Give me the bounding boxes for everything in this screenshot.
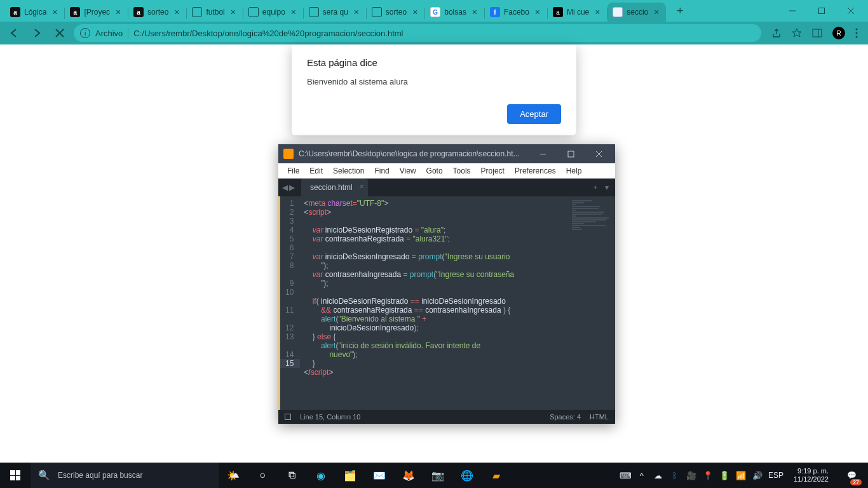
toolbar: i Archivo C:/Users/rembr/Desktop/one/log… xyxy=(0,22,868,44)
svg-point-9 xyxy=(856,32,858,34)
sublime-close-button[interactable] xyxy=(585,144,613,163)
sublime-menubar: FileEditSelectionFindViewGotoToolsProjec… xyxy=(278,163,615,179)
menu-icon[interactable] xyxy=(855,28,858,38)
taskbar-search[interactable]: 🔍 Escribe aquí para buscar xyxy=(31,463,219,488)
menu-item[interactable]: Project xyxy=(476,166,510,175)
clock-date: 11/12/2022 xyxy=(794,475,829,484)
tab-close-icon[interactable]: × xyxy=(593,8,602,17)
profile-avatar[interactable]: R xyxy=(832,27,845,39)
browser-tab[interactable]: fFacebo× xyxy=(485,3,547,22)
forward-button[interactable] xyxy=(28,24,46,42)
tab-close-icon[interactable]: × xyxy=(50,8,59,17)
clock[interactable]: 9:19 p. m. 11/12/2022 xyxy=(789,467,834,484)
browser-tab[interactable]: Gbolsas× xyxy=(425,3,484,22)
sublime-taskbar-icon[interactable]: ▰ xyxy=(482,463,511,488)
tab-overflow-icon[interactable]: + ▾ xyxy=(593,183,611,192)
browser-tab[interactable]: aMi cue× xyxy=(548,3,607,22)
menu-item[interactable]: Edit xyxy=(304,166,328,175)
status-indicator[interactable] xyxy=(285,414,291,420)
menu-item[interactable]: Find xyxy=(369,166,394,175)
bluetooth-icon[interactable]: ᛒ xyxy=(669,471,681,480)
svg-rect-6 xyxy=(813,29,822,37)
tab-close-icon[interactable]: × xyxy=(470,8,479,17)
menu-item[interactable]: Preferences xyxy=(510,166,561,175)
share-icon[interactable] xyxy=(771,28,782,38)
browser-tab[interactable]: sera qu× xyxy=(304,3,366,22)
browser-tab[interactable]: futbol× xyxy=(187,3,242,22)
battery-icon[interactable]: 🔋 xyxy=(719,471,730,480)
sublime-titlebar[interactable]: C:\Users\rembr\Desktop\one\logica de pro… xyxy=(278,144,615,163)
mail-icon[interactable]: ✉️ xyxy=(365,463,394,488)
volume-icon[interactable]: 🔊 xyxy=(752,471,763,480)
wifi-icon[interactable]: 📶 xyxy=(735,471,747,480)
menu-item[interactable]: View xyxy=(395,166,421,175)
start-button[interactable] xyxy=(0,463,31,488)
svg-rect-12 xyxy=(568,151,574,157)
close-button[interactable] xyxy=(836,0,865,22)
syntax-setting[interactable]: HTML xyxy=(590,413,609,421)
location-icon[interactable]: 📍 xyxy=(702,471,714,480)
stop-button[interactable] xyxy=(51,24,69,42)
tab-title: Facebo xyxy=(504,8,529,17)
browser-tab[interactable]: asorteo× xyxy=(128,3,186,22)
browser-tab[interactable]: a[Proyec× xyxy=(65,3,128,22)
cortana-icon[interactable]: ○ xyxy=(248,463,277,488)
browser-tab[interactable]: seccio× xyxy=(607,3,666,22)
tab-favicon xyxy=(248,7,259,17)
browser-chrome: aLógica×a[Proyec×asorteo×futbol×equipo×s… xyxy=(0,0,868,44)
language-indicator[interactable]: ESP xyxy=(768,471,783,480)
windows-logo-icon xyxy=(10,470,20,480)
minimize-button[interactable] xyxy=(778,0,807,22)
editor-tab[interactable]: seccion.html × xyxy=(301,179,368,196)
onedrive-icon[interactable]: ☁ xyxy=(653,471,664,480)
code-content[interactable]: <meta charset="UTF-8"> <script> var inic… xyxy=(300,196,615,410)
weather-widget[interactable]: 🌤️ xyxy=(219,463,248,488)
browser-tab[interactable]: equipo× xyxy=(243,3,303,22)
svg-point-8 xyxy=(856,29,858,30)
menu-item[interactable]: Goto xyxy=(421,166,448,175)
edge-icon[interactable]: ◉ xyxy=(306,463,336,488)
tab-close-icon[interactable]: × xyxy=(172,8,181,17)
menu-item[interactable]: File xyxy=(282,166,304,175)
tab-close-icon[interactable]: × xyxy=(352,8,361,17)
menu-item[interactable]: Tools xyxy=(448,166,476,175)
chrome-icon[interactable]: 🌐 xyxy=(452,463,482,488)
editor-area[interactable]: 123456789101112131415 <meta charset="UTF… xyxy=(278,196,615,410)
sublime-minimize-button[interactable] xyxy=(529,144,557,163)
menu-item[interactable]: Help xyxy=(561,166,587,175)
tray-chevron-icon[interactable]: ^ xyxy=(636,471,648,480)
action-center-icon[interactable]: 💬27 xyxy=(839,463,864,488)
tab-close-icon[interactable]: × xyxy=(533,8,542,17)
file-explorer-icon[interactable]: 🗂️ xyxy=(336,463,365,488)
minimap[interactable] xyxy=(572,200,613,238)
indent-setting[interactable]: Spaces: 4 xyxy=(550,413,581,421)
site-info-icon[interactable]: i xyxy=(80,28,90,38)
close-tab-icon[interactable]: × xyxy=(360,182,364,191)
menu-item[interactable]: Selection xyxy=(328,166,369,175)
alert-ok-button[interactable]: Aceptar xyxy=(507,104,561,124)
alert-title: Esta página dice xyxy=(307,57,561,68)
side-panel-icon[interactable] xyxy=(812,28,822,38)
tab-title: bolsas xyxy=(444,8,466,17)
back-button[interactable] xyxy=(5,24,23,42)
meet-now-icon[interactable]: 🎥 xyxy=(686,471,697,480)
maximize-button[interactable] xyxy=(807,0,836,22)
instagram-icon[interactable]: 📷 xyxy=(423,463,452,488)
tab-close-icon[interactable]: × xyxy=(289,8,298,17)
tab-nav-arrows[interactable]: ◀▶ xyxy=(282,183,296,192)
tab-close-icon[interactable]: × xyxy=(114,8,123,17)
firefox-icon[interactable]: 🦊 xyxy=(394,463,423,488)
tab-close-icon[interactable]: × xyxy=(229,8,238,17)
tab-close-icon[interactable]: × xyxy=(652,8,661,17)
bookmark-icon[interactable] xyxy=(792,28,802,38)
tab-favicon xyxy=(613,7,623,17)
browser-tab[interactable]: aLógica× xyxy=(5,3,64,22)
new-tab-button[interactable]: + xyxy=(671,2,689,20)
sublime-maximize-button[interactable] xyxy=(557,144,585,163)
browser-tab[interactable]: sorteo× xyxy=(367,3,424,22)
tab-close-icon[interactable]: × xyxy=(410,8,419,17)
address-bar[interactable]: i Archivo C:/Users/rembr/Desktop/one/log… xyxy=(74,24,761,42)
touch-keyboard-icon[interactable]: ⌨ xyxy=(620,471,631,480)
tab-strip: aLógica×a[Proyec×asorteo×futbol×equipo×s… xyxy=(0,0,868,22)
task-view-icon[interactable]: ⧉ xyxy=(277,463,306,488)
